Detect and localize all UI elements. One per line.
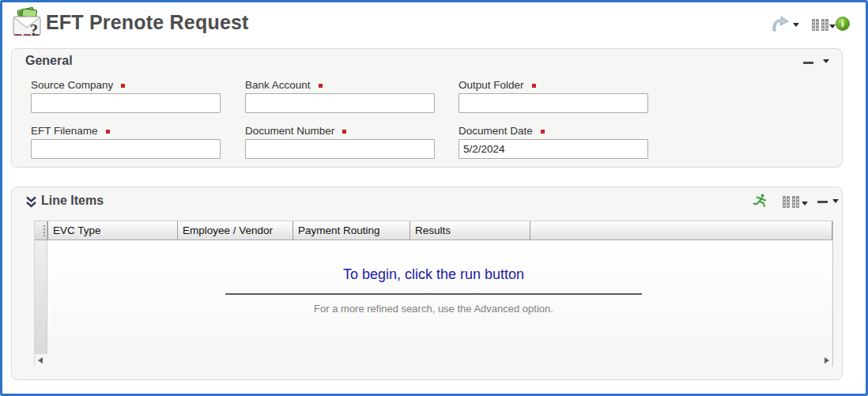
source-company-input[interactable]	[31, 93, 221, 113]
envelope-question-icon: ?	[11, 7, 44, 39]
field-label: Output Folder	[459, 79, 536, 91]
svg-text:?: ?	[30, 21, 38, 39]
column-header-payment-routing[interactable]: Payment Routing	[292, 221, 409, 239]
required-marker	[532, 84, 536, 88]
line-items-column-chooser-icon[interactable]	[783, 196, 799, 208]
general-section-title: General	[25, 54, 73, 68]
general-panel: General Source Company Bank Account Outp…	[11, 48, 843, 168]
row-selector-strip	[35, 240, 47, 354]
general-collapse-caret-icon[interactable]	[823, 59, 829, 63]
required-marker	[319, 84, 323, 88]
column-header-filler	[530, 221, 832, 239]
field-label: Bank Account	[245, 79, 323, 91]
share-dropdown-caret-icon[interactable]	[793, 23, 799, 27]
grid-header-row: EVC Type Employee / Vendor Payment Routi…	[35, 221, 832, 240]
field-label: Document Number	[245, 125, 346, 137]
column-header-employee-vendor[interactable]: Employee / Vendor	[177, 221, 292, 239]
row-selector-header-cell[interactable]	[35, 221, 47, 239]
required-marker	[541, 130, 545, 134]
empty-state-title: To begin, click the run button	[35, 266, 832, 283]
scroll-left-arrow-icon[interactable]	[38, 357, 43, 364]
line-items-collapse-caret-icon[interactable]	[832, 199, 839, 203]
column-chooser-caret-icon[interactable]	[829, 25, 836, 28]
field-label: EFT Filename	[31, 125, 110, 137]
column-header-evc-type[interactable]: EVC Type	[47, 221, 177, 239]
eft-filename-input[interactable]	[31, 139, 221, 159]
document-date-input[interactable]	[459, 139, 648, 159]
output-folder-input[interactable]	[459, 93, 648, 113]
column-chooser-icon[interactable]	[812, 19, 828, 31]
eft-prenote-request-window: ? EFT Prenote Request i General Source C…	[0, 0, 868, 396]
document-number-input[interactable]	[245, 139, 435, 159]
required-marker	[106, 130, 110, 134]
run-icon[interactable]	[753, 193, 768, 209]
line-items-collapse-minus-icon[interactable]	[817, 201, 828, 203]
line-items-panel: Line Items EVC Type Employee / Vendor	[11, 187, 843, 380]
grip-dots-icon	[43, 225, 45, 236]
required-marker	[121, 84, 125, 88]
grid-empty-state: To begin, click the run button For a mor…	[35, 240, 832, 315]
field-label: Document Date	[459, 125, 545, 137]
page-title: EFT Prenote Request	[46, 11, 249, 34]
empty-state-subtitle: For a more refined search, use the Advan…	[35, 303, 832, 315]
scroll-right-arrow-icon[interactable]	[825, 357, 829, 364]
required-marker	[342, 130, 346, 134]
horizontal-scrollbar[interactable]	[35, 354, 832, 367]
column-header-results[interactable]: Results	[409, 221, 530, 239]
share-arrow-icon[interactable]	[770, 15, 791, 34]
line-items-section-title: Line Items	[41, 194, 104, 208]
bank-account-input[interactable]	[245, 93, 435, 113]
line-items-grid: EVC Type Employee / Vendor Payment Routi…	[34, 221, 833, 367]
info-icon[interactable]: i	[836, 17, 850, 31]
general-collapse-minus-icon[interactable]	[803, 62, 813, 64]
line-items-column-chooser-caret-icon[interactable]	[802, 202, 808, 206]
empty-state-divider	[225, 293, 642, 295]
double-chevron-down-icon[interactable]	[25, 196, 37, 209]
field-label: Source Company	[31, 79, 125, 91]
grid-body: To begin, click the run button For a mor…	[35, 240, 832, 354]
